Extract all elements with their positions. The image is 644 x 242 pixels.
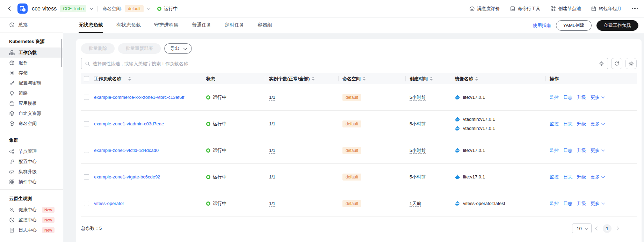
export-button[interactable]: 导出 <box>164 43 192 54</box>
row-checkbox[interactable] <box>84 174 89 179</box>
nodepool-icon <box>550 6 556 12</box>
status-text: 运行中 <box>213 94 226 101</box>
namespace-badge: default <box>342 120 361 127</box>
batch-redeploy-button[interactable]: 批量重新部署 <box>118 43 161 54</box>
tab-statefulsets[interactable]: 有状态负载 <box>116 17 141 33</box>
chevron-down-icon <box>585 226 588 230</box>
instances-link[interactable]: 1/1 <box>269 121 275 127</box>
sort-control[interactable] <box>430 77 433 81</box>
workload-name-link[interactable]: example-zone1-vtctld-1d4dcad0 <box>94 148 159 153</box>
sidebar-item-storage[interactable]: 存储 <box>0 68 63 78</box>
row-checkbox[interactable] <box>84 95 89 100</box>
logs-link[interactable]: 日志 <box>563 147 572 154</box>
more-actions-icon[interactable] <box>632 8 638 9</box>
row-actions: 监控 日志 升级 更多 <box>545 121 637 127</box>
logs-link[interactable]: 日志 <box>563 174 572 180</box>
back-button[interactable] <box>6 5 14 13</box>
namespace-value-badge[interactable]: default <box>125 5 144 12</box>
tab-deployments[interactable]: 无状态负载 <box>79 17 103 33</box>
create-workload-button[interactable]: 创建工作负载 <box>596 20 638 31</box>
more-link[interactable]: 更多 <box>591 174 604 180</box>
sidebar-item-configmaps-secrets[interactable]: 配置与密钥 <box>0 78 63 88</box>
monitor-link[interactable]: 监控 <box>550 147 559 154</box>
cluster-switch-chevron-down-icon[interactable] <box>90 6 93 10</box>
sidebar-item-addon-center[interactable]: 插件中心 <box>0 177 63 187</box>
usage-guide-link[interactable]: 使用指南 <box>533 22 551 29</box>
chevron-down-icon <box>601 201 605 205</box>
sidebar-scrollbar[interactable] <box>61 39 62 67</box>
sidebar-section-cluster: 集群 <box>0 134 63 146</box>
sidebar-item-health-center[interactable]: 健康中心 New <box>0 205 63 215</box>
feedback-button[interactable]: 满意度评价 <box>469 6 500 12</box>
page-size-select[interactable]: 10 <box>572 223 592 233</box>
sidebar-item-logging-center[interactable]: 日志中心 New <box>0 225 63 235</box>
sidebar-item-monitoring-center[interactable]: 监控中心 New <box>0 215 63 225</box>
more-link[interactable]: 更多 <box>591 94 604 101</box>
sidebar-item-overview[interactable]: 总览 <box>0 20 63 30</box>
yaml-create-button[interactable]: YAML创建 <box>556 20 592 31</box>
search-input[interactable] <box>93 61 599 66</box>
tab-jobs[interactable]: 普通任务 <box>192 17 211 33</box>
sidebar-item-label: 应用模板 <box>19 100 37 107</box>
docker-whale-icon <box>455 201 461 206</box>
sidebar-item-services[interactable]: 服务 <box>0 58 63 68</box>
sidebar-item-cluster-upgrade[interactable]: 集群升级 <box>0 167 63 177</box>
billing-mode-button[interactable]: 转包年包月 <box>591 6 622 12</box>
sort-control[interactable] <box>475 77 478 81</box>
sidebar-item-node-management[interactable]: 节点管理 <box>0 146 63 156</box>
more-link[interactable]: 更多 <box>591 147 604 154</box>
sidebar-item-custom-resources[interactable]: 自定义资源 <box>0 108 63 118</box>
workload-name-link[interactable]: vitess-operator <box>94 201 124 206</box>
workload-name-link[interactable]: example-zone1-vtgate-bc6cde92 <box>94 174 160 179</box>
new-badge: New <box>42 207 55 213</box>
sort-control[interactable] <box>363 77 366 81</box>
filter-settings-gear-icon[interactable] <box>599 61 604 66</box>
instances-link[interactable]: 1/1 <box>269 148 275 154</box>
tab-cronjobs[interactable]: 定时任务 <box>225 17 244 33</box>
row-checkbox[interactable] <box>84 148 89 153</box>
workload-name-link[interactable]: example-commerce-x-x-zone1-vtorc-c13ef6f… <box>94 95 184 100</box>
cli-tool-button[interactable]: 命令行工具 <box>510 6 541 12</box>
more-link[interactable]: 更多 <box>591 121 604 127</box>
row-checkbox[interactable] <box>84 121 89 126</box>
logs-link[interactable]: 日志 <box>563 94 572 101</box>
monitor-link[interactable]: 监控 <box>550 174 559 180</box>
upgrade-link[interactable]: 升级 <box>577 94 586 101</box>
sidebar-item-config-center[interactable]: 配置中心 <box>0 156 63 167</box>
tab-daemonsets[interactable]: 守护进程集 <box>154 17 179 33</box>
monitor-link[interactable]: 监控 <box>550 200 559 207</box>
batch-delete-button[interactable]: 批量删除 <box>81 43 115 54</box>
sidebar-item-label: 存储 <box>19 70 28 76</box>
upgrade-link[interactable]: 升级 <box>577 174 586 180</box>
sidebar-item-namespaces[interactable]: 命名空间 <box>0 118 63 129</box>
workload-name-link[interactable]: example-zone1-vtadmin-c03d7eae <box>94 121 164 126</box>
table-settings-button[interactable] <box>625 58 637 69</box>
logs-link[interactable]: 日志 <box>563 200 572 207</box>
select-all-checkbox[interactable] <box>84 76 89 81</box>
sidebar-item-workloads[interactable]: 工作负载 <box>0 47 63 58</box>
prev-page-icon[interactable] <box>595 226 599 230</box>
monitor-link[interactable]: 监控 <box>550 121 559 127</box>
upgrade-link[interactable]: 升级 <box>577 200 586 207</box>
current-page[interactable]: 1 <box>603 224 612 233</box>
more-link[interactable]: 更多 <box>591 200 604 207</box>
sidebar-item-label: 配置与密钥 <box>19 80 41 86</box>
row-checkbox[interactable] <box>84 201 89 206</box>
create-nodepool-button[interactable]: 创建节点池 <box>550 6 581 12</box>
upgrade-link[interactable]: 升级 <box>577 121 586 127</box>
instances-link[interactable]: 1/1 <box>269 174 275 180</box>
sidebar-item-policies[interactable]: 策略 <box>0 88 63 98</box>
image-name: lite:v17.0.1 <box>463 174 485 179</box>
tab-pods[interactable]: 容器组 <box>258 17 272 33</box>
sort-control[interactable] <box>312 77 314 81</box>
namespace-chevron-down-icon[interactable] <box>147 6 151 10</box>
logs-link[interactable]: 日志 <box>563 121 572 127</box>
instances-link[interactable]: 1/1 <box>269 201 275 207</box>
monitor-link[interactable]: 监控 <box>550 94 559 101</box>
next-page-icon[interactable] <box>615 226 619 230</box>
sort-control[interactable] <box>128 77 131 81</box>
sidebar-item-app-templates[interactable]: 应用模板 <box>0 98 63 108</box>
upgrade-link[interactable]: 升级 <box>577 147 586 154</box>
refresh-button[interactable] <box>611 58 622 69</box>
instances-link[interactable]: 1/1 <box>269 95 275 101</box>
